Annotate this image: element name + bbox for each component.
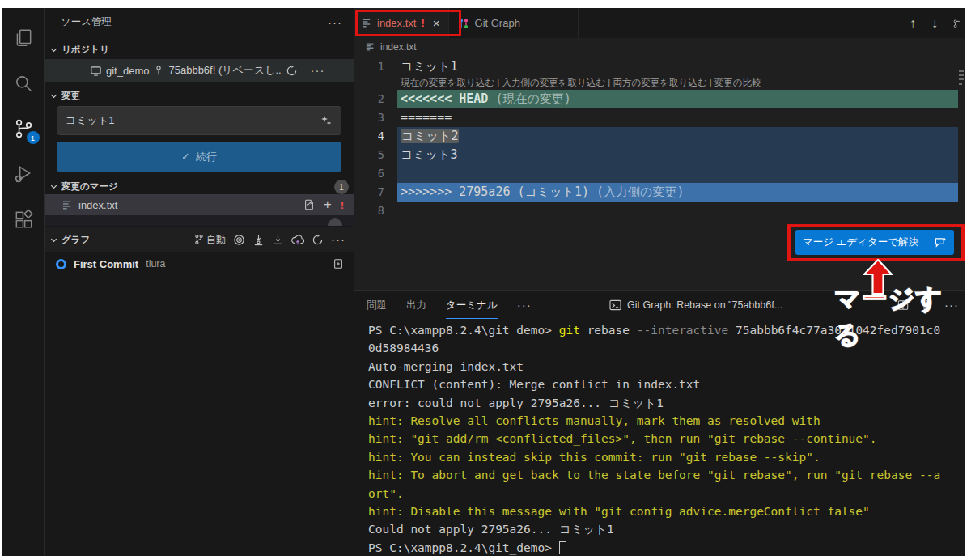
fetch-icon[interactable] <box>252 234 265 246</box>
split-terminal-icon[interactable] <box>897 299 909 311</box>
line-text: >>>>>>> 2795a26 (コミット1) (入力側の変更) <box>397 183 958 202</box>
commit-message-input[interactable]: コミット1 <box>57 106 341 135</box>
file-icon <box>62 200 73 210</box>
file-icon <box>362 18 372 28</box>
code-line: 4コミット2 <box>354 127 965 146</box>
terminal-line: hint: Resolve all conflicts manually, ma… <box>368 412 963 430</box>
feedback-bubble-icon[interactable] <box>934 236 947 248</box>
more-actions-icon[interactable]: ··· <box>328 19 342 27</box>
open-file-icon[interactable] <box>303 199 315 210</box>
terminal-line: hint: Disable this message with "git con… <box>368 503 963 520</box>
graph-more-icon[interactable]: ··· <box>331 235 346 244</box>
terminal-icon <box>609 299 621 311</box>
auto-ref-picker[interactable]: 自動 <box>193 233 226 247</box>
repo-icon <box>90 65 102 77</box>
commit-details-icon[interactable] <box>333 258 344 269</box>
tab-label: Git Graph <box>475 17 520 29</box>
vscode-screenshot: 1 ソース管理 ··· リポジトリ <box>0 0 971 560</box>
terminal-line: Auto-merging index.txt <box>368 358 963 375</box>
terminal-session-title: Git Graph: Rebase on "75abbb6f... <box>627 299 782 311</box>
tab-index-txt[interactable]: index.txt ! × <box>354 8 449 38</box>
git-graph-icon <box>457 17 470 30</box>
terminal-line: error: could not apply 2795a26... コミット1 <box>368 394 963 412</box>
line-text <box>397 164 958 183</box>
editor-group: index.txt ! × Git Graph ↑ ↓ <box>354 8 965 556</box>
code-line: 1コミット1 <box>354 57 965 76</box>
terminal-line: PS C:\xampp8.2.4\git_demo> git rebase --… <box>368 321 963 339</box>
push-cloud-icon[interactable] <box>291 234 304 246</box>
breadcrumb-item: index.txt <box>380 41 417 53</box>
editor-actions: ↑ ↓ <box>910 8 965 38</box>
search-icon[interactable] <box>11 71 36 95</box>
minimap[interactable] <box>958 56 965 290</box>
section-changes[interactable]: 変更 <box>49 87 349 105</box>
commit-node-icon <box>56 259 66 269</box>
terminal-line: 0d58984436 <box>368 339 963 357</box>
code-line: 8 <box>354 202 965 220</box>
close-icon[interactable]: × <box>433 16 440 30</box>
trash-icon[interactable] <box>921 299 932 311</box>
split-editor-icon[interactable] <box>953 15 964 32</box>
terminal-line: ort". <box>368 485 963 503</box>
tab-output[interactable]: 出力 <box>406 291 426 319</box>
stage-changes-icon[interactable]: + <box>324 199 332 210</box>
line-number: 3 <box>354 108 384 127</box>
chevron-down-icon <box>49 91 58 100</box>
sync-icon[interactable] <box>286 65 298 77</box>
code-line: 5コミット3 <box>354 146 965 164</box>
repo-more-icon[interactable]: ··· <box>310 66 324 74</box>
partial-badge <box>328 218 342 226</box>
line-number: 8 <box>354 202 384 220</box>
merge-file-row[interactable]: index.txt + ! <box>45 194 354 215</box>
terminal-line: hint: To abort and get back to the state… <box>368 466 963 484</box>
line-text: <<<<<<< HEAD (現在の変更) <box>397 90 958 108</box>
repo-ref: 75abbb6f! (リベースし... <box>168 63 282 78</box>
code-line: 2<<<<<<< HEAD (現在の変更) <box>354 90 965 108</box>
navigate-down-icon[interactable]: ↓ <box>931 16 938 31</box>
pull-icon[interactable] <box>272 234 284 246</box>
terminal-line: CONFLICT (content): Merge conflict in in… <box>368 375 963 393</box>
tab-problems[interactable]: 問題 <box>367 291 387 319</box>
tab-terminal[interactable]: ターミナル <box>446 291 498 319</box>
section-repositories[interactable]: リポジトリ <box>49 40 349 59</box>
repository-row[interactable]: git_demo 75abbb6f! (リベースし... ··· <box>45 59 354 82</box>
section-merge-changes[interactable]: 変更のマージ 1 <box>49 177 349 196</box>
breadcrumb[interactable]: index.txt <box>354 38 965 56</box>
continue-button[interactable]: ✓ 続行 <box>57 142 341 172</box>
terminal-session[interactable]: Git Graph: Rebase on "75abbb6f... <box>609 291 782 320</box>
chevron-down-icon <box>49 182 58 191</box>
tab-git-graph[interactable]: Git Graph <box>449 8 579 38</box>
target-icon[interactable] <box>233 234 245 246</box>
commit-message: First Commit <box>74 258 138 270</box>
editor-tab-bar: index.txt ! × Git Graph ↑ ↓ <box>354 8 965 38</box>
panel-more-icon[interactable]: ··· <box>944 301 959 309</box>
line-text: コミット1 <box>397 57 958 76</box>
line-number: 1 <box>354 57 384 76</box>
conflict-status-badge: ! <box>341 199 344 211</box>
line-number: 6 <box>354 164 384 183</box>
terminal-cursor <box>559 541 566 554</box>
refresh-icon[interactable] <box>312 234 324 246</box>
tab-conflict-badge: ! <box>421 17 424 29</box>
explorer-icon[interactable] <box>11 26 36 50</box>
navigate-up-icon[interactable]: ↑ <box>910 16 916 31</box>
code-line: 6 <box>354 164 965 183</box>
commit-author: tiura <box>146 258 165 269</box>
panel-tab-bar: 問題 出力 ターミナル ··· Git Graph: Rebase on "75… <box>354 291 965 320</box>
line-text <box>397 202 958 220</box>
section-label: 変更のマージ <box>61 180 118 193</box>
scm-badge: 1 <box>27 131 40 144</box>
graph-panel-header[interactable]: グラフ 自動 <box>45 227 354 252</box>
terminal-line: Could not apply 2795a26... コミット1 <box>368 520 963 538</box>
sparkle-icon[interactable] <box>320 114 333 127</box>
extensions-icon[interactable] <box>11 207 36 231</box>
panel-tabs-more-icon[interactable]: ··· <box>517 301 532 309</box>
source-control-sidebar: ソース管理 ··· リポジトリ git_demo 75abbb6f! (リベース… <box>45 8 354 556</box>
codelens-actions[interactable]: 現在の変更を取り込む | 入力側の変更を取り込む | 両方の変更を取り込む | … <box>354 76 965 90</box>
run-debug-icon[interactable] <box>11 162 36 186</box>
resolve-in-merge-editor-button[interactable]: マージ エディターで解決 <box>795 230 954 255</box>
terminal-line: hint: You can instead skip this commit: … <box>368 448 963 466</box>
source-control-icon[interactable]: 1 <box>11 117 36 141</box>
graph-commit-row[interactable]: First Commit tiura <box>45 252 354 275</box>
terminal-output[interactable]: PS C:\xampp8.2.4\git_demo> git rebase --… <box>368 321 963 556</box>
